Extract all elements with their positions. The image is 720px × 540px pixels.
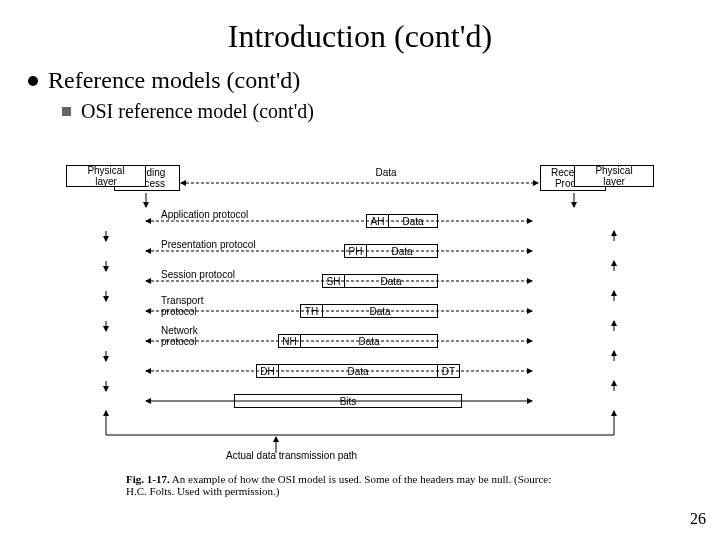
header-dh: DH (256, 364, 278, 378)
osi-diagram: Sending Process Receiving Process Data A… (66, 165, 654, 510)
subbullet-1-text: OSI reference model (cont'd) (81, 100, 314, 123)
data-ah: Data (388, 214, 438, 228)
figure-caption: Fig. 1-17. Fig. 1-17. An example of how … (126, 473, 556, 497)
bullet-1-text: Reference models (cont'd) (48, 67, 300, 94)
data-sh: Data (344, 274, 438, 288)
pdu-physical: Bits (234, 394, 462, 408)
header-ah: AH (366, 214, 388, 228)
header-ph: PH (344, 244, 366, 258)
header-sh: SH (322, 274, 344, 288)
pdu-datalink: DH Data DT (256, 364, 460, 378)
trailer-dt: DT (438, 364, 460, 378)
protocol-network: Network protocol (161, 325, 198, 347)
data-th: Data (322, 304, 438, 318)
bullet-icon (28, 76, 38, 86)
pdu-transport: TH Data (300, 304, 438, 318)
header-nh: NH (278, 334, 300, 348)
protocol-presentation: Presentation protocol (161, 239, 256, 250)
actual-path-label: Actual data transmission path (226, 450, 357, 461)
header-th: TH (300, 304, 322, 318)
bits-cell: Bits (234, 394, 462, 408)
protocol-application: Application protocol (161, 209, 248, 220)
data-ph: Data (366, 244, 438, 258)
bullet-1: Reference models (cont'd) (28, 67, 720, 94)
protocol-transport: Transport protocol (161, 295, 203, 317)
slide-title: Introduction (cont'd) (0, 18, 720, 55)
pdu-network: NH Data (278, 334, 438, 348)
page-number: 26 (690, 510, 706, 528)
left-layer-physical: Physical layer (66, 165, 146, 187)
subbullet-icon (62, 107, 71, 116)
data-dh: Data (278, 364, 438, 378)
top-data-label: Data (366, 167, 406, 178)
pdu-session: SH Data (322, 274, 438, 288)
protocol-session: Session protocol (161, 269, 235, 280)
pdu-presentation: PH Data (344, 244, 438, 258)
pdu-application: AH Data (366, 214, 438, 228)
right-layer-physical: Physical layer (574, 165, 654, 187)
data-nh: Data (300, 334, 438, 348)
subbullet-1: OSI reference model (cont'd) (62, 100, 720, 123)
